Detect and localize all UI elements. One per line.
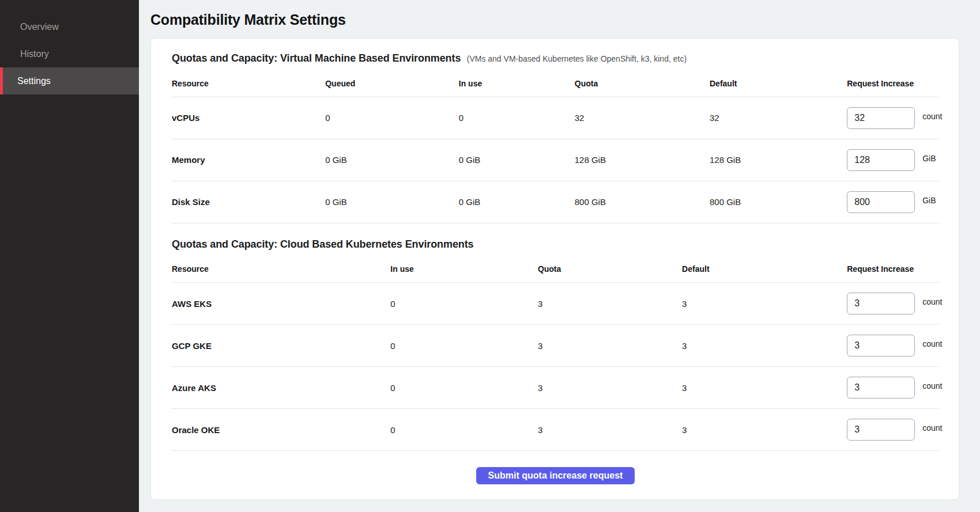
vcpus-request-increase-input[interactable] [847, 107, 915, 129]
default-cell: 128 GiB [710, 139, 847, 181]
vm-table-header-row: Resource Queued In use Quota Default Req… [172, 70, 939, 97]
request-increase-cell: count [847, 283, 939, 325]
in-use-cell: 0 GiB [459, 181, 575, 223]
in-use-cell: 0 [390, 409, 538, 451]
default-cell: 800 GiB [710, 181, 847, 223]
request-increase-cell: count [847, 325, 939, 367]
column-header-default: Default [710, 70, 847, 97]
queued-cell: 0 [325, 97, 459, 139]
k8s-quotas-section: Quotas and Capacity: Cloud Based Kuberne… [172, 238, 939, 452]
unit-label: count [922, 381, 942, 390]
column-header-quota: Quota [538, 256, 682, 283]
unit-label: GiB [922, 154, 936, 163]
submit-quota-increase-button[interactable]: Submit quota increase request [476, 467, 635, 484]
request-increase-cell: count [847, 97, 939, 139]
unit-label: GiB [922, 196, 936, 205]
column-header-in-use: In use [390, 256, 538, 283]
memory-request-increase-input[interactable] [847, 149, 915, 171]
table-row-memory: Memory 0 GiB 0 GiB 128 GiB 128 GiB GiB [172, 139, 939, 181]
vm-section-title: Quotas and Capacity: Virtual Machine Bas… [172, 52, 461, 64]
vm-quota-table: Resource Queued In use Quota Default Req… [172, 70, 939, 223]
k8s-quota-table: Resource In use Quota Default Request In… [172, 256, 939, 452]
submit-row: Submit quota increase request [172, 467, 939, 484]
disk-size-request-increase-input[interactable] [847, 191, 915, 213]
table-row-disk-size: Disk Size 0 GiB 0 GiB 800 GiB 800 GiB Gi… [172, 181, 939, 223]
table-row-oracle-oke: Oracle OKE 0 3 3 count [172, 409, 939, 451]
default-cell: 3 [682, 409, 847, 451]
quota-cell: 800 GiB [575, 181, 710, 223]
sidebar: Overview History Settings [0, 0, 139, 512]
azure-aks-request-increase-input[interactable] [847, 377, 915, 399]
resource-cell: Azure AKS [172, 367, 390, 409]
aws-eks-request-increase-input[interactable] [847, 293, 915, 314]
oracle-oke-request-increase-input[interactable] [847, 419, 915, 441]
default-cell: 32 [710, 97, 847, 139]
column-header-request-increase: Request Increase [847, 256, 939, 283]
request-increase-cell: GiB [847, 181, 939, 223]
request-increase-cell: count [847, 367, 939, 409]
queued-cell: 0 GiB [325, 139, 459, 181]
in-use-cell: 0 GiB [459, 139, 575, 181]
table-row-gcp-gke: GCP GKE 0 3 3 count [172, 325, 939, 367]
unit-label: count [922, 339, 942, 348]
default-cell: 3 [682, 325, 847, 367]
gcp-gke-request-increase-input[interactable] [847, 335, 915, 356]
column-header-in-use: In use [459, 70, 575, 97]
resource-cell: Memory [172, 139, 325, 181]
resource-cell: Oracle OKE [172, 409, 390, 451]
queued-cell: 0 GiB [325, 181, 459, 223]
column-header-quota: Quota [575, 70, 710, 97]
default-cell: 3 [682, 367, 847, 409]
table-row-azure-aks: Azure AKS 0 3 3 count [172, 367, 939, 409]
resource-cell: Disk Size [172, 181, 325, 223]
quota-settings-card: Quotas and Capacity: Virtual Machine Bas… [150, 38, 959, 500]
sidebar-item-settings[interactable]: Settings [0, 67, 139, 94]
k8s-table-header-row: Resource In use Quota Default Request In… [172, 256, 939, 283]
resource-cell: GCP GKE [172, 325, 390, 367]
resource-cell: vCPUs [172, 97, 325, 139]
quota-cell: 3 [538, 409, 682, 451]
vm-section-heading: Quotas and Capacity: Virtual Machine Bas… [172, 52, 939, 65]
in-use-cell: 0 [459, 97, 575, 139]
column-header-queued: Queued [325, 70, 459, 97]
table-row-aws-eks: AWS EKS 0 3 3 count [172, 283, 939, 325]
column-header-resource: Resource [172, 70, 325, 97]
resource-cell: AWS EKS [172, 283, 390, 325]
k8s-section-heading: Quotas and Capacity: Cloud Based Kuberne… [172, 238, 939, 251]
main-content: Compatibility Matrix Settings Quotas and… [139, 0, 980, 512]
k8s-section-title: Quotas and Capacity: Cloud Based Kuberne… [172, 238, 474, 250]
quota-cell: 32 [575, 97, 710, 139]
in-use-cell: 0 [390, 325, 538, 367]
column-header-request-increase: Request Increase [847, 70, 939, 97]
page-title: Compatibility Matrix Settings [150, 12, 959, 28]
in-use-cell: 0 [390, 367, 538, 409]
table-row-vcpus: vCPUs 0 0 32 32 count [172, 97, 939, 139]
quota-cell: 3 [538, 325, 682, 367]
unit-label: count [922, 423, 942, 433]
vm-section-subtitle: (VMs and VM-based Kubernetes like OpenSh… [467, 54, 687, 63]
sidebar-item-history[interactable]: History [0, 40, 139, 67]
request-increase-cell: GiB [847, 139, 939, 181]
in-use-cell: 0 [390, 283, 538, 325]
sidebar-nav: Overview History Settings [0, 13, 139, 94]
sidebar-item-overview[interactable]: Overview [0, 13, 139, 40]
request-increase-cell: count [847, 409, 939, 451]
vm-quotas-section: Quotas and Capacity: Virtual Machine Bas… [172, 52, 939, 223]
unit-label: count [922, 112, 942, 121]
quota-cell: 3 [538, 283, 682, 325]
quota-cell: 128 GiB [575, 139, 710, 181]
quota-cell: 3 [538, 367, 682, 409]
default-cell: 3 [682, 283, 847, 325]
column-header-resource: Resource [172, 256, 390, 283]
column-header-default: Default [682, 256, 847, 283]
unit-label: count [922, 297, 942, 306]
